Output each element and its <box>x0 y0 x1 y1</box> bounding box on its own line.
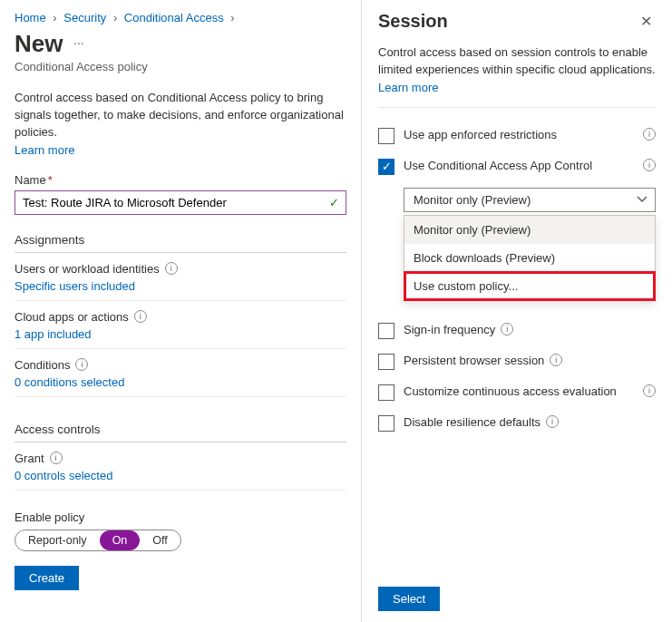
app-control-dropdown: Monitor only (Preview) Block downloads (… <box>404 215 656 301</box>
info-icon[interactable]: i <box>75 358 88 371</box>
checkbox-label: Persistent browser session <box>404 354 544 367</box>
policy-name-input[interactable] <box>15 190 346 215</box>
users-row[interactable]: Users or workload identities i <box>15 262 346 276</box>
select-button[interactable]: Select <box>378 587 440 611</box>
panel-description: Control access based on session controls… <box>378 44 656 79</box>
toggle-report-only[interactable]: Report-only <box>15 530 100 550</box>
assignments-heading: Assignments <box>15 233 346 253</box>
grant-row[interactable]: Grant i <box>15 452 346 465</box>
toggle-off[interactable]: Off <box>140 530 180 550</box>
conditions-label: Conditions <box>15 358 70 372</box>
apps-value-link[interactable]: 1 app included <box>15 327 92 341</box>
checkbox-app-enforced[interactable] <box>378 128 394 144</box>
checkmark-icon: ✓ <box>329 196 339 209</box>
info-icon[interactable]: i <box>643 159 656 171</box>
page-description: Control access based on Conditional Acce… <box>15 90 346 141</box>
chevron-right-icon: › <box>230 11 234 24</box>
info-icon[interactable]: i <box>501 323 513 335</box>
grant-label: Grant <box>15 452 44 465</box>
page-title: New <box>15 30 63 58</box>
checkbox-label: Use app enforced restrictions <box>404 128 557 141</box>
chevron-right-icon: › <box>53 11 56 24</box>
panel-title: Session <box>378 11 448 32</box>
checkbox-app-control[interactable] <box>378 159 394 175</box>
main-pane: Home › Security › Conditional Access › N… <box>0 0 361 622</box>
info-icon[interactable]: i <box>134 310 147 323</box>
more-actions-icon[interactable]: ··· <box>73 35 84 50</box>
panel-learn-more-link[interactable]: Learn more <box>378 81 438 94</box>
access-controls-heading: Access controls <box>15 423 346 442</box>
breadcrumb: Home › Security › Conditional Access › <box>15 11 346 24</box>
info-icon[interactable]: i <box>165 262 178 275</box>
toggle-on[interactable]: On <box>100 530 141 550</box>
checkbox-label: Customize continuous access evaluation <box>404 384 617 398</box>
enable-policy-toggle[interactable]: Report-only On Off <box>15 530 181 551</box>
checkbox-resilience-defaults[interactable] <box>378 415 394 432</box>
close-icon[interactable]: ✕ <box>637 11 656 32</box>
chevron-down-icon <box>637 194 648 205</box>
conditions-row[interactable]: Conditions i <box>15 358 346 372</box>
chevron-right-icon: › <box>113 11 117 24</box>
app-control-select[interactable]: Monitor only (Preview) <box>404 188 656 212</box>
info-icon[interactable]: i <box>550 354 562 366</box>
info-icon[interactable]: i <box>643 128 656 141</box>
checkbox-label: Use Conditional Access App Control <box>404 159 592 172</box>
breadcrumb-conditional-access[interactable]: Conditional Access <box>124 11 224 24</box>
apps-label: Cloud apps or actions <box>15 310 129 324</box>
users-label: Users or workload identities <box>15 262 160 276</box>
dropdown-option-block[interactable]: Block downloads (Preview) <box>404 244 655 272</box>
dropdown-option-monitor[interactable]: Monitor only (Preview) <box>404 216 655 244</box>
dropdown-option-custom[interactable]: Use custom policy... <box>404 272 655 300</box>
learn-more-link[interactable]: Learn more <box>15 143 74 157</box>
info-icon[interactable]: i <box>643 384 656 397</box>
info-icon[interactable]: i <box>546 415 559 428</box>
enable-policy-label: Enable policy <box>15 510 346 524</box>
checkbox-label: Sign-in frequency <box>404 323 495 336</box>
info-icon[interactable]: i <box>50 452 63 464</box>
required-asterisk: * <box>48 173 53 187</box>
divider <box>378 107 656 108</box>
checkbox-persistent-browser[interactable] <box>378 354 394 370</box>
breadcrumb-security[interactable]: Security <box>63 11 106 24</box>
create-button[interactable]: Create <box>15 566 79 590</box>
checkbox-signin-frequency[interactable] <box>378 323 394 339</box>
users-value-link[interactable]: Specific users included <box>15 279 135 293</box>
checkbox-continuous-access[interactable] <box>378 384 394 401</box>
breadcrumb-home[interactable]: Home <box>15 11 46 24</box>
conditions-value-link[interactable]: 0 conditions selected <box>15 375 124 389</box>
page-subtitle: Conditional Access policy <box>15 60 346 73</box>
apps-row[interactable]: Cloud apps or actions i <box>15 310 346 324</box>
name-label: Name* <box>15 173 346 187</box>
checkbox-label: Disable resilience defaults <box>404 415 541 429</box>
grant-value-link[interactable]: 0 controls selected <box>15 469 112 482</box>
session-panel: Session ✕ Control access based on sessio… <box>361 0 672 622</box>
select-value: Monitor only (Preview) <box>414 193 531 207</box>
